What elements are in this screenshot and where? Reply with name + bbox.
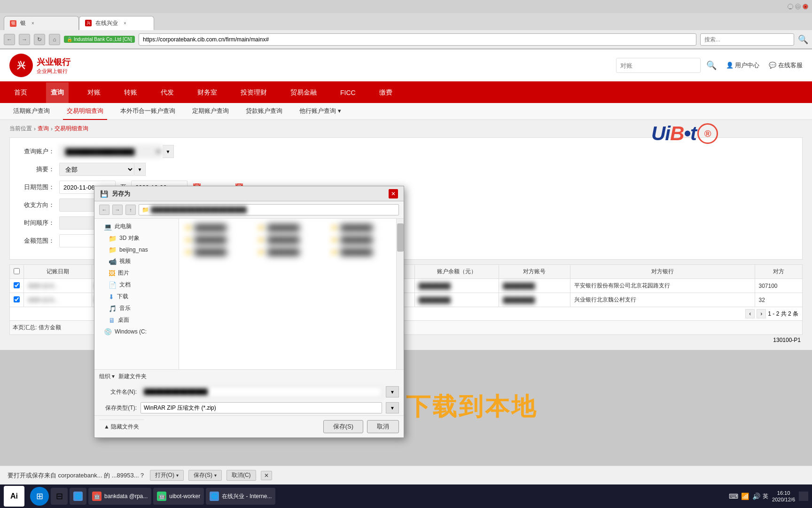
sidebar-music[interactable]: 🎵 音乐 — [94, 302, 179, 314]
row-checkbox-1[interactable] — [10, 279, 24, 293]
nav-pay[interactable]: 缴费 — [375, 82, 397, 103]
filetype-input[interactable] — [141, 402, 382, 413]
subnav-loan-account[interactable]: 贷款账户查询 — [242, 103, 286, 120]
breadcrumb-detail[interactable]: 交易明细查询 — [55, 125, 88, 133]
sidebar-beijing-nas[interactable]: 📁 beijing_nas — [94, 244, 179, 255]
minimize-btn[interactable]: _ — [788, 4, 793, 9]
nav-prev[interactable]: ‹ — [745, 309, 755, 318]
scrollbar-thumb[interactable] — [397, 223, 404, 252]
organize-button[interactable]: 组织 ▾ — [99, 373, 115, 381]
browser-tabs: 银 银 × 兴 在线兴业 × — [0, 13, 812, 30]
tray-volume-icon[interactable]: 🔊 — [751, 492, 761, 501]
close-btn[interactable]: × — [803, 4, 808, 9]
open-dropdown-arrow[interactable]: ▾ — [176, 473, 179, 478]
refresh-btn[interactable]: ↻ — [34, 34, 45, 45]
tray-network-icon[interactable]: 📶 — [740, 492, 750, 501]
sidebar-this-pc[interactable]: 💻 此电脑 — [94, 221, 179, 232]
bottom-save-button[interactable]: 保存(S) ▾ — [188, 470, 222, 481]
sidebar-pictures[interactable]: 🖼 图片 — [94, 267, 179, 279]
sidebar-documents[interactable]: 📄 文档 — [94, 279, 179, 291]
nav-finance[interactable]: 财务室 — [193, 82, 222, 103]
nav-home[interactable]: 首页 — [9, 82, 32, 103]
hidden-folders-toggle[interactable]: ▲ 隐藏文件夹 — [99, 420, 144, 434]
subnav-fixed-account[interactable]: 定期账户查询 — [188, 103, 233, 120]
tab-label: 银 — [20, 19, 26, 27]
nav-transfer[interactable]: 转账 — [119, 82, 142, 103]
dialog-forward-btn[interactable]: → — [112, 205, 123, 215]
pagination-info: 1 - 2 共 2 条 — [768, 310, 798, 318]
search-icon[interactable]: 🔍 — [798, 34, 808, 45]
sidebar-video[interactable]: 📹 视频 — [94, 255, 179, 267]
open-button[interactable]: 打开(O) ▾ — [150, 470, 184, 481]
online-service-link[interactable]: 💬 在线客服 — [769, 61, 803, 70]
maximize-btn[interactable]: □ — [795, 4, 801, 9]
dialog-back-btn[interactable]: ← — [99, 205, 109, 215]
save-dropdown-icon[interactable]: ▾ — [214, 473, 217, 478]
home-btn[interactable]: ⌂ — [49, 34, 60, 45]
select-all-checkbox[interactable] — [14, 268, 20, 274]
tray-lang-icon[interactable]: 英 — [763, 492, 768, 500]
account-dropdown-arrow[interactable]: ▼ — [163, 145, 174, 158]
row-checkbox-2[interactable] — [10, 293, 24, 307]
nav-trade[interactable]: 贸易金融 — [286, 82, 321, 103]
subnav-current-account[interactable]: 活期账户查询 — [9, 103, 54, 120]
dialog-titlebar: 💾 另存为 ✕ — [94, 186, 404, 201]
tab-active-label: 在线兴业 — [95, 19, 118, 27]
summary-select[interactable]: 全部 — [59, 163, 134, 176]
browser-search-input[interactable] — [700, 33, 794, 46]
dialog-cancel-button[interactable]: 取消 — [367, 420, 399, 433]
dialog-up-btn[interactable]: ↑ — [125, 205, 136, 215]
tab-active-favicon: 兴 — [85, 20, 92, 26]
scrollbar-vertical[interactable] — [396, 219, 404, 369]
taskbar-app-uibot[interactable]: 🤖 uibot-worker — [153, 488, 204, 505]
dialog-filetype-row: 保存类型(T): ▼ — [94, 400, 404, 415]
taskbar-clock: 16:10 2020/12/6 — [772, 490, 795, 503]
filename-input[interactable] — [141, 386, 382, 397]
show-desktop-btn[interactable] — [799, 492, 808, 501]
taskbar-app-bankdata[interactable]: 🤖 bankdata @rpa... — [88, 488, 151, 505]
account-select[interactable]: ████████████████ — [59, 145, 163, 158]
back-btn[interactable]: ← — [4, 34, 15, 45]
bank-search-input[interactable] — [616, 58, 701, 73]
start-button[interactable]: ⊞ — [30, 487, 49, 506]
tab-active-close[interactable]: × — [124, 21, 126, 26]
taskbar-app-ie[interactable]: 🌐 在线兴业 - Interne... — [206, 488, 275, 505]
filetype-dropdown[interactable]: ▼ — [386, 402, 399, 413]
save-button[interactable]: 保存(S) — [323, 420, 363, 433]
tab-bankdata[interactable]: 银 银 × — [4, 16, 79, 30]
sidebar-3d-objects[interactable]: 📁 3D 对象 — [94, 232, 179, 244]
nav-reconcile[interactable]: 对账 — [83, 82, 105, 103]
subnav-other-account[interactable]: 他行账户查询 ▾ — [296, 103, 345, 120]
col-account: 对方账号 — [499, 265, 570, 279]
forward-btn[interactable]: → — [19, 34, 30, 45]
dialog-close-button[interactable]: ✕ — [389, 189, 398, 198]
taskview-btn[interactable]: ⊟ — [51, 488, 68, 505]
new-folder-button[interactable]: 新建文件夹 — [118, 373, 147, 381]
bottom-close-button[interactable]: ✕ — [261, 471, 272, 480]
nav-payroll[interactable]: 代发 — [156, 82, 179, 103]
tray-keyboard-icon[interactable]: ⌨ — [729, 492, 738, 501]
address-input[interactable] — [139, 33, 696, 46]
filename-dropdown[interactable]: ▼ — [386, 386, 399, 397]
nav-query[interactable]: 查询 — [46, 82, 69, 103]
sidebar-desktop[interactable]: 🖥 桌面 — [94, 314, 179, 326]
taskbar-app-browser[interactable]: 🌐 — [70, 488, 86, 505]
bottom-cancel-button[interactable]: 取消(C) — [226, 470, 256, 481]
subnav-combined-account[interactable]: 本外币合一账户查询 — [117, 103, 179, 120]
user-center-link[interactable]: 👤 用户中心 — [726, 61, 760, 70]
nav-invest[interactable]: 投资理财 — [236, 82, 272, 103]
dialog-file-area[interactable]: 📁████████ 📁████████ 📁████████ 📁████████ — [179, 219, 404, 369]
subnav-transaction-detail[interactable]: 交易明细查询 — [63, 103, 107, 120]
row-date-1: 2020-12-0... — [24, 279, 92, 293]
tab-close[interactable]: × — [31, 21, 34, 26]
bank-search-icon[interactable]: 🔍 — [706, 60, 717, 71]
sidebar-downloads[interactable]: ⬇ 下载 — [94, 291, 179, 302]
sidebar-windows-c[interactable]: 💿 Windows (C: — [94, 326, 179, 337]
nav-ficc[interactable]: FICC — [336, 82, 360, 103]
breadcrumb-query[interactable]: 查询 — [38, 125, 49, 133]
tab-active[interactable]: 兴 在线兴业 × — [79, 16, 154, 30]
nav-next[interactable]: › — [757, 309, 766, 318]
summary-dropdown-arrow[interactable]: ▼ — [134, 163, 146, 176]
taskbar-ai-label[interactable]: Ai — [4, 486, 24, 507]
lock-badge: 🔒 Industrial Bank Co.,Ltd [CN] — [64, 36, 135, 43]
